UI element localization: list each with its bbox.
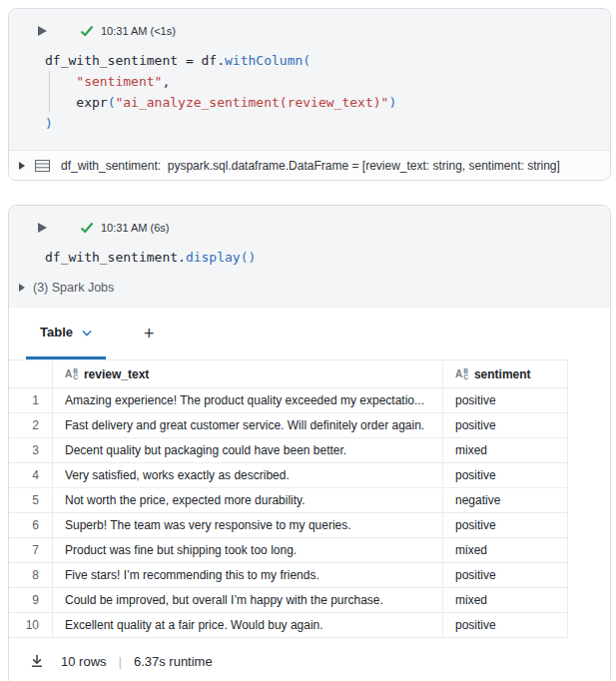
table-row[interactable]: 6Superb! The team was very responsive to… — [9, 513, 568, 538]
code-line: df_with_sentiment.display() — [45, 247, 610, 268]
table-row[interactable]: 5Not worth the price, expected more dura… — [9, 488, 568, 513]
row-number-cell: 7 — [9, 538, 53, 562]
cell-run-timestamp: 10:31 AM (6s) — [101, 222, 169, 234]
review-text-cell: Decent quality but packaging could have … — [53, 438, 443, 462]
results-panel: Table + A BC review_text A BC — [9, 308, 610, 681]
cell-1-header: 10:31 AM (<1s) — [9, 23, 610, 39]
string-type-icon: A BC — [455, 368, 468, 380]
row-number-cell: 3 — [9, 438, 53, 462]
cell-1-code-area: 10:31 AM (<1s) df_with_sentiment = df.wi… — [9, 9, 610, 150]
row-number-cell: 1 — [9, 388, 53, 412]
row-number-cell: 8 — [9, 563, 53, 587]
review-text-cell: Could be improved, but overall I’m happy… — [53, 588, 443, 612]
spark-jobs-label: (3) Spark Jobs — [33, 281, 114, 295]
dataframe-schema-text: df_with_sentiment: pyspark.sql.dataframe… — [61, 159, 560, 173]
table-glyph-icon — [35, 160, 50, 172]
expand-output-icon[interactable] — [19, 162, 25, 170]
spark-jobs-expander[interactable]: (3) Spark Jobs — [9, 274, 610, 302]
tab-table[interactable]: Table — [26, 308, 106, 359]
cell-2-code-area: 10:31 AM (6s) df_with_sentiment.display(… — [9, 206, 610, 308]
download-icon[interactable] — [29, 653, 45, 669]
table-row[interactable]: 9Could be improved, but overall I’m happ… — [9, 588, 568, 613]
notebook-cell-2: 10:31 AM (6s) df_with_sentiment.display(… — [8, 205, 611, 681]
review-text-cell: Five stars! I’m recommending this to my … — [53, 563, 443, 587]
row-number-cell: 4 — [9, 463, 53, 487]
sentiment-cell: positive — [443, 613, 568, 637]
row-number-cell: 9 — [9, 588, 53, 612]
table-row[interactable]: 8Five stars! I’m recommending this to my… — [9, 563, 568, 588]
column-label: sentiment — [474, 367, 531, 381]
table-row[interactable]: 7Product was fine but shipping took too … — [9, 538, 568, 563]
sentiment-cell: positive — [443, 513, 568, 537]
code-editor[interactable]: df_with_sentiment.display() — [45, 247, 610, 268]
tab-table-label: Table — [40, 325, 73, 340]
sentiment-cell: mixed — [443, 538, 568, 562]
row-number-cell: 5 — [9, 488, 53, 512]
column-header-sentiment[interactable]: A BC sentiment — [443, 360, 568, 387]
sentiment-cell: positive — [443, 388, 568, 412]
sentiment-cell: positive — [443, 563, 568, 587]
table-row[interactable]: 4Very satisfied, works exactly as descri… — [9, 463, 568, 488]
row-number-cell: 2 — [9, 413, 53, 437]
table-header-row: A BC review_text A BC sentiment — [9, 359, 568, 388]
review-text-cell: Excellent quality at a fair price. Would… — [53, 613, 443, 637]
sentiment-cell: positive — [443, 463, 568, 487]
table-row[interactable]: 1Amazing experience! The product quality… — [9, 388, 568, 413]
code-editor[interactable]: df_with_sentiment = df.withColumn( "sent… — [45, 50, 610, 134]
sentiment-cell: mixed — [443, 588, 568, 612]
code-line: ) — [45, 113, 610, 134]
run-cell-icon[interactable] — [38, 26, 47, 36]
string-type-icon: A BC — [65, 368, 78, 380]
table-row[interactable]: 3Decent quality but packaging could have… — [9, 438, 568, 463]
row-number-header — [9, 360, 53, 387]
review-text-cell: Amazing experience! The product quality … — [53, 388, 443, 412]
row-number-cell: 6 — [9, 513, 53, 537]
cell-run-timestamp: 10:31 AM (<1s) — [101, 25, 176, 37]
review-text-cell: Fast delivery and great customer service… — [53, 413, 443, 437]
review-text-cell: Product was fine but shipping took too l… — [53, 538, 443, 562]
sentiment-cell: positive — [443, 413, 568, 437]
expand-spark-jobs-icon[interactable] — [19, 284, 25, 292]
sentiment-cell: mixed — [443, 438, 568, 462]
column-header-review-text[interactable]: A BC review_text — [53, 360, 443, 387]
sentiment-cell: negative — [443, 488, 568, 512]
review-text-cell: Superb! The team was very responsive to … — [53, 513, 443, 537]
success-check-icon — [80, 222, 94, 234]
table-body: 1Amazing experience! The product quality… — [9, 388, 610, 638]
table-row[interactable]: 10Excellent quality at a fair price. Wou… — [9, 613, 568, 638]
cell-2-header: 10:31 AM (6s) — [9, 220, 610, 236]
footer-separator: | — [119, 654, 122, 669]
dataframe-output-row: df_with_sentiment: pyspark.sql.dataframe… — [9, 150, 610, 180]
run-cell-icon[interactable] — [38, 223, 47, 233]
add-visualization-button[interactable]: + — [134, 308, 165, 359]
code-line: df_with_sentiment = df.withColumn( — [45, 50, 610, 71]
code-line: "sentiment", — [45, 71, 610, 92]
review-text-cell: Not worth the price, expected more durab… — [53, 488, 443, 512]
code-line: expr("ai_analyze_sentiment(review_text)"… — [45, 92, 610, 113]
results-tab-bar: Table + — [9, 308, 610, 359]
success-check-icon — [80, 25, 94, 37]
runtime-label: 6.37s runtime — [134, 654, 213, 669]
column-label: review_text — [84, 367, 149, 381]
chevron-down-icon[interactable] — [82, 325, 92, 340]
row-count-label: 10 rows — [61, 654, 107, 669]
notebook-cell-1: 10:31 AM (<1s) df_with_sentiment = df.wi… — [8, 8, 611, 181]
results-footer: 10 rows | 6.37s runtime — [9, 638, 610, 681]
review-text-cell: Very satisfied, works exactly as describ… — [53, 463, 443, 487]
row-number-cell: 10 — [9, 613, 53, 637]
table-row[interactable]: 2Fast delivery and great customer servic… — [9, 413, 568, 438]
